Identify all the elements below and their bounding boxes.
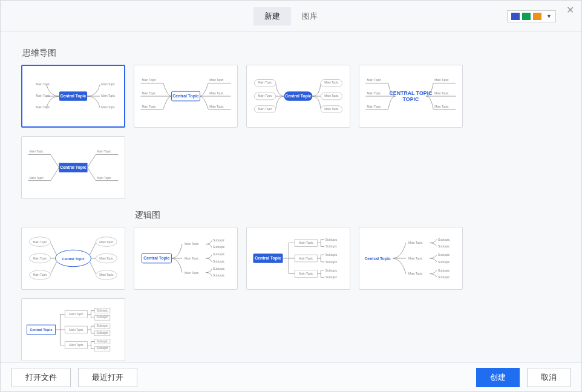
section-mindmap-title: 思维导图 — [22, 48, 567, 59]
svg-text:Subtopic: Subtopic — [97, 324, 109, 327]
create-button[interactable]: 创建 — [476, 368, 520, 387]
svg-text:Main Topic: Main Topic — [299, 272, 313, 275]
svg-text:Subtopic: Subtopic — [213, 239, 225, 242]
svg-text:Main Topic: Main Topic — [434, 105, 449, 108]
svg-text:Central Topic: Central Topic — [364, 256, 391, 261]
mindmap-templates: Central Topic Main Topic Main Topic Main… — [21, 65, 567, 199]
svg-text:Main Topic: Main Topic — [33, 273, 47, 276]
svg-text:Main Topic: Main Topic — [185, 243, 199, 246]
svg-text:Main Topic: Main Topic — [299, 241, 313, 244]
svg-text:Main Topic: Main Topic — [36, 106, 50, 109]
svg-text:Subtopic: Subtopic — [325, 245, 338, 248]
svg-text:Main Topic: Main Topic — [99, 241, 114, 244]
svg-text:Main Topic: Main Topic — [101, 106, 115, 109]
section-logic-title: 逻辑图 — [135, 210, 567, 221]
svg-text:Main Topic: Main Topic — [408, 272, 423, 275]
svg-text:Main Topic: Main Topic — [408, 257, 423, 260]
svg-text:Main Topic: Main Topic — [185, 272, 199, 275]
open-file-button[interactable]: 打开文件 — [11, 368, 71, 387]
svg-text:Main Topic: Main Topic — [258, 94, 272, 97]
svg-text:Main Topic: Main Topic — [324, 108, 339, 111]
svg-text:Main Topic: Main Topic — [142, 79, 156, 82]
swatch-blue — [511, 13, 520, 20]
svg-text:Main Topic: Main Topic — [36, 83, 50, 86]
tab-library[interactable]: 图库 — [291, 7, 329, 25]
svg-text:Central Topic: Central Topic — [60, 165, 87, 170]
svg-text:Main Topic: Main Topic — [101, 94, 115, 97]
svg-text:Main Topic: Main Topic — [185, 257, 199, 260]
color-theme-selector[interactable]: ▼ — [507, 10, 556, 22]
svg-text:Subtopic: Subtopic — [97, 332, 109, 335]
chevron-down-icon: ▼ — [546, 13, 552, 19]
svg-text:Main Topic: Main Topic — [69, 344, 83, 347]
close-icon[interactable]: ✕ — [564, 5, 575, 16]
template-mindmap-4[interactable]: CENTRAL TOPIC TOPIC Main TopicMain Topic… — [359, 65, 463, 128]
svg-text:Main Topic: Main Topic — [33, 257, 47, 260]
svg-text:Central Topic: Central Topic — [60, 94, 87, 99]
svg-text:Subtopic: Subtopic — [97, 309, 109, 312]
svg-text:Main Topic: Main Topic — [97, 150, 111, 153]
svg-text:TOPIC: TOPIC — [403, 96, 419, 102]
svg-text:Main Topic: Main Topic — [324, 81, 339, 84]
svg-text:Main Topic: Main Topic — [142, 105, 156, 108]
template-mindmap-5[interactable]: Central Topic Main TopicMain Topic Main … — [21, 136, 125, 199]
template-logic-1[interactable]: Central Topic Main TopicMain TopicMain T… — [134, 227, 238, 290]
recent-button[interactable]: 最近打开 — [78, 368, 137, 387]
svg-text:Main Topic: Main Topic — [324, 94, 339, 97]
template-mindmap-3[interactable]: Central Topic Main TopicMain TopicMain T… — [246, 65, 350, 128]
svg-text:Main Topic: Main Topic — [29, 150, 44, 153]
svg-text:Main Topic: Main Topic — [33, 241, 47, 244]
svg-text:Main Topic: Main Topic — [367, 92, 381, 95]
svg-text:Main Topic: Main Topic — [367, 105, 381, 108]
svg-text:Subtopic: Subtopic — [438, 261, 450, 264]
template-mindmap-1[interactable]: Central Topic Main Topic Main Topic Main… — [21, 65, 125, 128]
svg-text:Main Topic: Main Topic — [101, 83, 115, 86]
svg-text:Main Topic: Main Topic — [408, 241, 423, 244]
svg-text:Central Topic: Central Topic — [30, 328, 53, 332]
svg-text:Subtopic: Subtopic — [97, 316, 109, 319]
svg-text:Main Topic: Main Topic — [99, 273, 114, 276]
svg-text:Main Topic: Main Topic — [209, 92, 224, 95]
svg-text:Central Topic: Central Topic — [285, 94, 312, 99]
svg-text:Subtopic: Subtopic — [438, 269, 450, 272]
swatch-green — [522, 13, 531, 20]
svg-text:Central Topic: Central Topic — [143, 256, 170, 261]
template-logic-4[interactable]: Central Topic Main TopicMain TopicMain T… — [21, 298, 125, 361]
svg-text:Main Topic: Main Topic — [434, 92, 449, 95]
svg-text:Main Topic: Main Topic — [434, 79, 449, 82]
template-logic-3[interactable]: Central Topic Main TopicMain TopicMain T… — [359, 227, 463, 290]
svg-text:Subtopic: Subtopic — [325, 261, 338, 264]
template-gallery: 思维导图 Central Topic Main Topic Main Topic… — [1, 32, 581, 362]
svg-text:Main Topic: Main Topic — [299, 257, 313, 260]
tab-new[interactable]: 新建 — [253, 7, 291, 25]
svg-text:Subtopic: Subtopic — [97, 347, 109, 350]
titlebar: 新建 图库 ▼ ✕ — [1, 1, 581, 32]
svg-text:Subtopic: Subtopic — [97, 340, 109, 343]
svg-text:Subtopic: Subtopic — [325, 269, 338, 272]
svg-text:Main Topic: Main Topic — [29, 177, 44, 180]
template-logic-0[interactable]: Central Topic Main TopicMain TopicMain T… — [21, 227, 125, 290]
logic-templates: Central Topic Main TopicMain TopicMain T… — [21, 227, 567, 361]
svg-text:Subtopic: Subtopic — [213, 246, 225, 249]
cancel-button[interactable]: 取消 — [527, 368, 571, 387]
svg-text:Main Topic: Main Topic — [69, 313, 83, 316]
svg-text:Main Topic: Main Topic — [36, 94, 50, 97]
svg-text:Main Topic: Main Topic — [258, 81, 272, 84]
svg-text:Subtopic: Subtopic — [325, 253, 338, 256]
footer: 打开文件 最近打开 创建 取消 — [1, 362, 581, 391]
template-logic-2[interactable]: Central Topic Main TopicMain TopicMain T… — [246, 227, 350, 290]
svg-text:CENTRAL TOPIC: CENTRAL TOPIC — [389, 90, 433, 96]
svg-text:Subtopic: Subtopic — [213, 253, 225, 256]
svg-text:Main Topic: Main Topic — [258, 108, 272, 111]
svg-text:Subtopic: Subtopic — [438, 253, 450, 256]
svg-text:Main Topic: Main Topic — [69, 328, 83, 332]
svg-text:Main Topic: Main Topic — [209, 105, 224, 108]
svg-text:Subtopic: Subtopic — [325, 276, 338, 279]
svg-text:Subtopic: Subtopic — [325, 238, 338, 241]
tabs: 新建 图库 — [253, 7, 329, 25]
svg-text:Main Topic: Main Topic — [99, 257, 114, 260]
template-mindmap-2[interactable]: Central Topic Main TopicMain TopicMain T… — [134, 65, 238, 128]
svg-text:Main Topic: Main Topic — [367, 79, 381, 82]
svg-text:Central Topic: Central Topic — [172, 94, 199, 99]
svg-text:Main Topic: Main Topic — [142, 92, 156, 95]
